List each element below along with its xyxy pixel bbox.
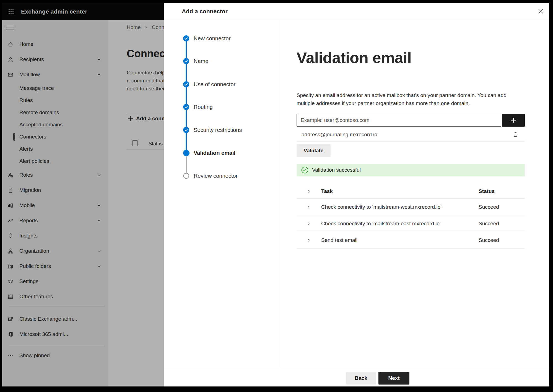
status-cell: Succeed: [479, 237, 499, 243]
chevron-right-icon[interactable]: [306, 205, 311, 209]
stepper-line-upcoming: [186, 153, 187, 176]
validation-email-step-content: Validation email Specify an email addres…: [281, 20, 549, 368]
task-column-header: Task: [321, 188, 333, 194]
stepper-line-completed: [186, 38, 187, 153]
success-message: Validation successful: [312, 167, 361, 173]
validation-success-banner: Validation successful: [297, 164, 525, 176]
add-email-button[interactable]: [502, 114, 525, 127]
panel-title: Add a connector: [182, 3, 228, 20]
chevron-right-icon[interactable]: [306, 221, 311, 226]
task-cell: Send test email: [321, 237, 357, 243]
step-check-icon: [183, 127, 189, 133]
added-address: address@journaling.mxrecord.io: [302, 132, 377, 138]
back-button[interactable]: Back: [346, 372, 376, 385]
app-screen: Exchange admin center Home Recipients: [2, 3, 549, 386]
step-current-icon: [183, 150, 189, 156]
added-address-row: address@journaling.mxrecord.io: [297, 128, 525, 142]
email-input-row: [297, 114, 525, 127]
close-button[interactable]: [535, 6, 546, 17]
next-button[interactable]: Next: [378, 372, 409, 385]
table-row[interactable]: Send test email Succeed: [297, 232, 525, 249]
email-input[interactable]: [297, 114, 501, 127]
panel-footer: Back Next: [164, 368, 549, 386]
validate-button[interactable]: Validate: [297, 144, 331, 157]
table-row[interactable]: Check connectivity to 'mailstream-west.m…: [297, 199, 525, 215]
trash-icon: [512, 131, 519, 138]
plus-icon: [510, 117, 517, 124]
add-connector-panel: Add a connector New connector: [164, 3, 549, 386]
close-icon: [538, 8, 544, 14]
task-cell: Check connectivity to 'mailstream-west.m…: [321, 204, 442, 210]
table-row[interactable]: Check connectivity to 'mailstream-east.m…: [297, 215, 525, 232]
status-cell: Succeed: [479, 221, 499, 227]
success-check-icon: [301, 166, 308, 174]
task-cell: Check connectivity to 'mailstream-east.m…: [321, 221, 441, 227]
panel-header: Add a connector: [164, 3, 549, 20]
step-check-icon: [183, 35, 189, 41]
chevron-right-icon[interactable]: [306, 189, 311, 194]
validation-tasks-table: Task Status Check connectivity to 'mails…: [297, 184, 525, 249]
table-header-row: Task Status: [297, 184, 525, 199]
step-check-icon: [183, 58, 189, 64]
delete-address-button[interactable]: [511, 130, 520, 139]
wizard-stepper: New connector Name Use of connector Rout…: [164, 20, 280, 368]
step-check-icon: [183, 81, 189, 87]
step-description: Specify an email address for an active m…: [297, 91, 515, 107]
step-check-icon: [183, 104, 189, 110]
chevron-right-icon[interactable]: [306, 238, 311, 242]
status-cell: Succeed: [479, 204, 499, 210]
step-upcoming-icon: [183, 173, 189, 179]
status-column-header: Status: [479, 188, 495, 194]
step-heading: Validation email: [297, 49, 525, 66]
